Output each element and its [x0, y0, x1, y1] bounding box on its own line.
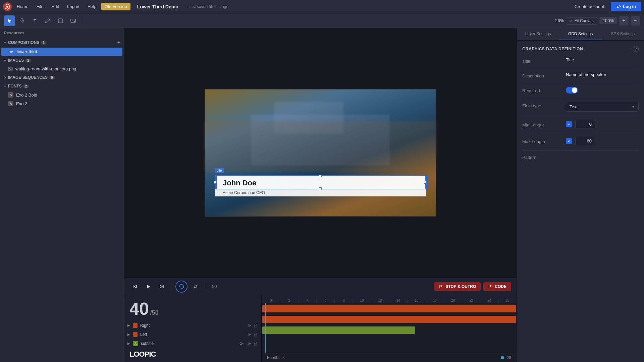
help-button[interactable]: ?	[633, 46, 639, 52]
feedback-indicator	[501, 356, 504, 359]
toggle-knob	[572, 87, 577, 93]
image-tool-button[interactable]	[68, 15, 78, 26]
feedback-bar: Feedback 28	[262, 353, 517, 362]
compositions-badge: 1	[41, 41, 47, 45]
ruler-mark-0: 0	[262, 299, 280, 303]
blue-accent-bar	[215, 175, 217, 189]
create-account-button[interactable]: Create account	[571, 3, 607, 10]
layer-expand-arrow-2[interactable]: ▶	[127, 333, 130, 336]
fit-canvas-button[interactable]: Fit Canvas	[566, 17, 597, 24]
max-length-value: 60	[575, 137, 595, 145]
menu-item-import[interactable]: Import	[64, 3, 83, 10]
menu-item-edit[interactable]: Edit	[48, 3, 62, 10]
eye-icon-3[interactable]	[247, 341, 251, 346]
image-sequences-section[interactable]: IMAGE SEQUENCES 0	[0, 73, 124, 82]
loop-button[interactable]	[175, 281, 187, 293]
stop-outro-button[interactable]: STOP & OUTRO	[434, 282, 481, 291]
pen-tool-button[interactable]	[42, 15, 53, 26]
ruler-mark-8: 8	[334, 299, 353, 303]
shape-tool-button[interactable]	[55, 15, 66, 26]
description-value: Name of the speaker	[566, 72, 639, 77]
sidebar-item-font2[interactable]: A Exo 2	[0, 99, 124, 108]
layer-color-left	[133, 332, 138, 337]
pattern-input[interactable]	[566, 154, 639, 159]
required-toggle[interactable]	[566, 87, 578, 94]
zoom-percent-display: 26%	[555, 18, 564, 23]
svg-rect-11	[254, 325, 257, 327]
max-length-checkbox[interactable]	[566, 138, 572, 144]
feedback-label: Feedback	[267, 355, 285, 360]
track-left	[262, 314, 517, 325]
select-tool-button[interactable]	[4, 15, 15, 26]
composition-icon	[9, 50, 14, 54]
layer-expand-arrow-3[interactable]: ▶	[127, 342, 130, 345]
menu-item-home[interactable]: Home	[13, 3, 32, 10]
pan-tool-button[interactable]	[17, 15, 28, 26]
zoom-in-button[interactable]: +	[619, 16, 629, 25]
login-icon	[616, 4, 621, 9]
loop-icon	[178, 284, 184, 290]
menu-item-old-version[interactable]: Old Version	[101, 3, 130, 10]
lock-icon-2[interactable]	[253, 332, 258, 337]
transport-separator-2	[205, 283, 205, 290]
font1-name: Exo 2 Bold	[16, 93, 37, 98]
svg-point-10	[248, 325, 250, 326]
skip-to-end-button[interactable]	[156, 281, 167, 292]
canvas-container[interactable]: title John Doe	[124, 28, 517, 278]
skip-start-icon	[132, 284, 138, 289]
svg-point-1	[6, 6, 8, 8]
tab-layer-settings[interactable]: Layer Settings	[517, 28, 559, 40]
menu-item-help[interactable]: Help	[84, 3, 100, 10]
code-button[interactable]: CODE	[483, 282, 511, 291]
layer-expand-arrow[interactable]: ▶	[127, 323, 130, 327]
play-button[interactable]	[143, 281, 154, 292]
repeat-button[interactable]	[190, 281, 201, 292]
sidebar-item-lower-third[interactable]: lower-third	[1, 48, 122, 56]
project-title: Lower Third Demo	[137, 4, 178, 9]
fonts-section[interactable]: FONTS 2	[0, 82, 124, 90]
text-tool-button[interactable]: T	[30, 15, 40, 26]
images-section[interactable]: IMAGES 1	[0, 56, 124, 65]
compositions-section[interactable]: COMPOSITIONS 1 +	[0, 38, 124, 48]
font-icon: A	[8, 101, 13, 106]
max-length-label: Max Length	[522, 138, 562, 144]
eye-icon-2[interactable]	[247, 332, 251, 337]
svg-rect-13	[254, 334, 257, 336]
lower-third-subtitle-text: Acme Corporation CEO	[219, 190, 265, 195]
min-length-checkbox[interactable]	[566, 121, 572, 127]
lower-third-overlay: title John Doe	[215, 175, 426, 196]
lock-icon-3[interactable]	[253, 341, 258, 346]
timeline-layer-subtitle: ▶ A subtitle	[124, 339, 261, 348]
code-flag-icon	[488, 284, 493, 289]
field-type-select[interactable]: Text ▼	[566, 102, 639, 112]
tab-gdd-settings[interactable]: GDD Settings	[559, 28, 601, 40]
add-composition-button[interactable]: +	[117, 40, 120, 46]
sidebar-item-font1[interactable]: A Exo 2 Bold	[0, 90, 124, 99]
zoom-out-button[interactable]: −	[631, 16, 640, 25]
gdd-title-row: Title Title	[522, 57, 639, 64]
gdd-description-row: Description Name of the speaker	[522, 72, 639, 78]
composition-name: lower-third	[17, 49, 37, 54]
checkmark-icon	[570, 19, 573, 22]
playhead[interactable]	[265, 303, 266, 353]
timeline-layer-right: ▶ Right	[124, 321, 261, 330]
eye-icon[interactable]	[247, 323, 251, 328]
chevron-right-icon	[3, 76, 7, 79]
svg-rect-7	[10, 52, 12, 53]
menu-item-file[interactable]: File	[33, 3, 47, 10]
toolbar: T 26% Fit Canvas 100% + −	[0, 13, 644, 28]
lock-icon[interactable]	[253, 323, 258, 328]
title-label: Title	[522, 57, 562, 64]
field-type-value: Text	[570, 104, 578, 109]
key-icon	[239, 341, 244, 346]
ruler-mark-20: 20	[444, 299, 462, 303]
gdd-section-header: GRAPHICS DATA DEFINITION ?	[522, 46, 639, 52]
tab-spx-settings[interactable]: SPX Settings	[602, 28, 644, 40]
track-bar-left	[262, 316, 516, 323]
loopic-logo: LOOPIC	[124, 348, 261, 361]
title-tag-label: title	[215, 168, 224, 173]
sidebar-item-image[interactable]: waiting-room-with-monitors.png	[0, 65, 124, 73]
login-button[interactable]: Log in	[611, 2, 641, 11]
skip-to-start-button[interactable]	[129, 281, 140, 292]
chevron-down-icon	[3, 84, 7, 88]
